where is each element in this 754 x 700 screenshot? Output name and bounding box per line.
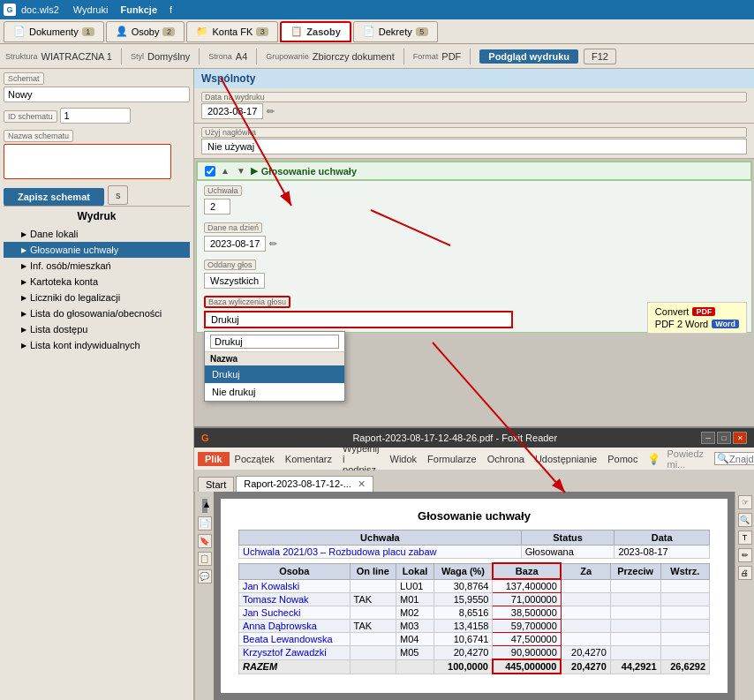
- row-osoba[interactable]: Jan Kowalski: [239, 579, 351, 593]
- lista-dostep-label: Lista dostępu: [30, 324, 87, 335]
- pdf-print[interactable]: 🖨: [738, 566, 752, 580]
- wydruk-item-liczniki[interactable]: Liczniki do legalizacji: [4, 290, 190, 305]
- pdf-zoom-in[interactable]: 🔍: [738, 513, 752, 527]
- resolution-status: Głosowana: [521, 546, 615, 559]
- dropdown-search-input[interactable]: [210, 335, 339, 349]
- uzyj-naglowka-value[interactable]: Nie używaj: [201, 139, 747, 154]
- preview-button[interactable]: Podgląd wydruku: [479, 49, 578, 64]
- pdf-formularze-menu[interactable]: Formularze: [422, 452, 482, 466]
- struktura-value: WIATRACZNA 1: [41, 51, 112, 62]
- tab-dokumenty[interactable]: 📄 Dokumenty 1: [4, 21, 104, 42]
- main-content: Schemat Nowy ID schematu 1 Nazwa schemat…: [0, 69, 754, 700]
- tab-zasoby[interactable]: 📋 Zasoby: [280, 21, 351, 42]
- table-row: Jan Kowalski LU01 30,8764 137,400000: [239, 579, 710, 593]
- resolution-link[interactable]: Uchwala 2021/03 – Rozbudowa placu zabaw: [239, 546, 522, 559]
- pdf-ochrona-menu[interactable]: Ochrona: [482, 452, 530, 466]
- row-osoba[interactable]: Anna Dąbrowska: [239, 620, 351, 633]
- pdf-pomoc-menu[interactable]: Pomoc: [602, 452, 643, 466]
- powiedz-mi-label[interactable]: Powiedz mi...: [662, 447, 710, 471]
- row-waga: 30,8764: [434, 579, 493, 593]
- col-waga: Waga (%): [434, 563, 493, 579]
- row-wstrz: [660, 579, 709, 593]
- pdf-search-box[interactable]: 🔍: [714, 452, 754, 465]
- data-wydruku-edit-icon[interactable]: ✏: [267, 106, 275, 117]
- pdf-close-btn[interactable]: ✕: [733, 432, 747, 444]
- dropdown-column-header: Nazwa: [205, 352, 344, 365]
- col-baza: Baza: [493, 563, 561, 579]
- col-status-header: Status: [521, 531, 615, 546]
- row-osoba[interactable]: Jan Suchecki: [239, 606, 351, 620]
- pdf-poczatek-menu[interactable]: Początek: [230, 452, 280, 466]
- baza-input[interactable]: [204, 311, 513, 328]
- row-przeciw: [610, 606, 660, 620]
- wydruk-item-glosowanie[interactable]: Głosowanie uchwały: [4, 242, 190, 258]
- col-uchwala-header: Uchwała: [239, 531, 522, 546]
- table-row: Jan Suchecki M02 8,6516 38,500000: [239, 606, 710, 620]
- toolbar: Struktura WIATRACZNA 1 Styl Domyślny Str…: [0, 44, 754, 69]
- pdf-tab-report[interactable]: Raport-2023-08-17-12-... ✕: [236, 476, 373, 492]
- wydruk-list: Dane lokali Głosowanie uchwały Inf. osób…: [4, 226, 190, 353]
- schemat-label: Schemat: [4, 72, 44, 85]
- tab-dekrety[interactable]: 📄 Dekrety 5: [353, 21, 438, 42]
- menu-wydruki[interactable]: Wydruki: [68, 4, 114, 16]
- pdf-komentarz-menu[interactable]: Komentarz: [280, 452, 337, 466]
- glosowanie-checkbox[interactable]: [205, 166, 215, 177]
- pdf-annotate[interactable]: ✏: [738, 548, 752, 562]
- pdf-tabs-bar: Start Raport-2023-08-17-12-... ✕: [194, 470, 754, 492]
- wydruk-item-inf-osob[interactable]: Inf. osób/mieszkań: [4, 258, 190, 274]
- row-osoba[interactable]: Tomasz Nowak: [239, 593, 351, 606]
- wydruk-item-kartoteka[interactable]: Kartoteka konta: [4, 274, 190, 290]
- tab-osoby[interactable]: 👤 Osoby 2: [106, 21, 185, 42]
- table-row: Tomasz Nowak TAK M01 15,9550 71,000000: [239, 593, 710, 606]
- pdf-minimize-btn[interactable]: ─: [701, 432, 715, 444]
- pdf-tab-start[interactable]: Start: [198, 477, 234, 492]
- dane-na-dzien-edit[interactable]: ✏: [269, 238, 277, 250]
- pdf-widok-menu[interactable]: Widok: [385, 452, 423, 466]
- row-lokal: M05: [396, 646, 434, 660]
- save-button[interactable]: Zapisz schemat: [4, 188, 104, 206]
- nav-down-btn[interactable]: ▼: [235, 166, 247, 176]
- uchwala-value[interactable]: 2: [204, 199, 230, 215]
- pdf-maximize-btn[interactable]: □: [717, 432, 731, 444]
- format-value: PDF: [441, 51, 461, 62]
- lightbulb-icon: 💡: [647, 453, 660, 465]
- save-key-button[interactable]: s: [108, 185, 129, 205]
- pdf-search-input[interactable]: [729, 454, 754, 464]
- pdf-select-text[interactable]: T: [738, 531, 752, 545]
- pdf-content: Głosowanie uchwały Uchwała Status Data: [214, 492, 735, 700]
- menu-funkcje[interactable]: Funkcje: [115, 4, 162, 16]
- pdf-plik-menu[interactable]: Plik: [198, 452, 230, 466]
- row-osoba[interactable]: Krzysztof Zawadzki: [239, 646, 351, 660]
- table-row: Krzysztof Zawadzki M05 20,4270 90,900000…: [239, 646, 710, 660]
- tab-dokumenty-label: Dokumenty: [29, 26, 79, 37]
- nav-up-btn[interactable]: ▲: [219, 166, 231, 176]
- schemat-value[interactable]: Nowy: [4, 87, 190, 102]
- wydruk-item-lista-kont[interactable]: Lista kont indywidualnych: [4, 337, 190, 353]
- menu-f[interactable]: f: [164, 4, 177, 16]
- pdf-scroll-arrow-up[interactable]: ▲: [202, 499, 207, 513]
- pdf-tab-close-btn[interactable]: ✕: [358, 478, 366, 489]
- wydruk-item-lista-dostep[interactable]: Lista dostępu: [4, 321, 190, 337]
- f12-button[interactable]: F12: [584, 49, 616, 64]
- pdf-bookmark-icon[interactable]: 🔖: [198, 534, 212, 548]
- row-za: [561, 593, 610, 606]
- dokumenty-icon: 📄: [13, 26, 26, 37]
- dropdown-item-drukuj[interactable]: Drukuj: [205, 365, 344, 383]
- tab-konta-fk[interactable]: 📁 Konta FK 3: [186, 21, 278, 42]
- nazwa-input[interactable]: [4, 144, 171, 179]
- oddany-glos-value[interactable]: Wszystkich: [204, 273, 265, 289]
- pdf-comments-icon[interactable]: 💬: [198, 569, 212, 583]
- dropdown-item-nie-drukuj[interactable]: Nie drukuj: [205, 383, 344, 401]
- row-osoba[interactable]: Beata Lewandowska: [239, 633, 351, 646]
- pdf-hand-tool[interactable]: ☞: [738, 495, 752, 509]
- id-input[interactable]: 1: [60, 108, 131, 124]
- pdf-thumbnail-icon[interactable]: 📄: [198, 516, 212, 531]
- pdf-layers-icon[interactable]: 📋: [198, 552, 212, 566]
- tab-dokumenty-badge: 1: [82, 27, 94, 36]
- row-przeciw: [610, 620, 660, 633]
- pdf-udostepnianie-menu[interactable]: Udostępnianie: [530, 452, 602, 466]
- wydruk-item-dane-lokali[interactable]: Dane lokali: [4, 226, 190, 242]
- data-wydruku-value: 2023-08-17: [201, 103, 263, 119]
- wydruk-item-lista-glos[interactable]: Lista do głosowania/obecności: [4, 305, 190, 321]
- pdf2word-row[interactable]: PDF 2 Word Word: [655, 319, 739, 329]
